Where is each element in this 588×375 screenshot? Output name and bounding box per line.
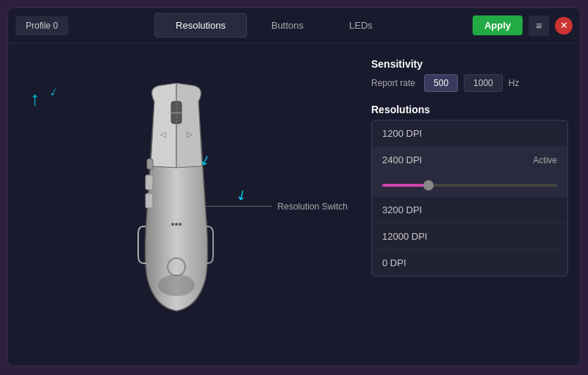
svg-point-7 [171, 223, 174, 226]
svg-point-5 [158, 274, 195, 296]
slider-container [372, 174, 567, 197]
svg-rect-3 [146, 193, 153, 208]
annotation-arrow-1: ↓ [47, 83, 60, 100]
sensitivity-section: Sensitivity Report rate 500 1000 Hz [371, 58, 568, 92]
up-arrow-icon: ↑ [30, 88, 40, 110]
resolution-switch-container: Resolution Switch [206, 201, 348, 212]
dpi-2400-label: 2400 DPI [382, 154, 422, 165]
titlebar: Profile 0 Resolutions Buttons LEDs Apply… [8, 8, 580, 43]
tab-resolutions[interactable]: Resolutions [154, 13, 247, 38]
titlebar-right: Apply ≡ ✕ [473, 15, 573, 36]
dpi-item-2400[interactable]: 2400 DPI Active [372, 147, 567, 174]
resolution-switch-label: Resolution Switch [278, 201, 348, 212]
rate-500-button[interactable]: 500 [424, 74, 458, 92]
menu-button[interactable]: ≡ [528, 15, 549, 36]
up-arrow-indicator: ↑ [30, 88, 40, 110]
nav-tabs: Resolutions Buttons LEDs [76, 13, 473, 38]
left-panel: ↑ [8, 43, 359, 365]
right-panel: Sensitivity Report rate 500 1000 Hz Reso… [359, 43, 580, 365]
resolutions-box: 1200 DPI 2400 DPI Active 3200 DPI 12000 … [371, 120, 568, 276]
report-rate-row: Report rate 500 1000 Hz [371, 74, 568, 92]
main-window: Profile 0 Resolutions Buttons LEDs Apply… [7, 7, 581, 366]
resolution-switch-line [206, 206, 272, 207]
report-rate-label: Report rate [371, 78, 415, 88]
resolutions-section: Resolutions 1200 DPI 2400 DPI Active 320… [371, 104, 568, 276]
rate-unit: Hz [509, 78, 520, 88]
dpi-slider[interactable] [382, 184, 557, 187]
resolutions-title: Resolutions [371, 104, 568, 115]
dpi-item-3200[interactable]: 3200 DPI [372, 197, 567, 224]
tab-buttons[interactable]: Buttons [250, 13, 325, 38]
rate-1000-button[interactable]: 1000 [464, 74, 503, 92]
mouse-illustration: ◁ ▷ [103, 79, 250, 315]
svg-text:▷: ▷ [187, 130, 193, 138]
dpi-item-1200[interactable]: 1200 DPI [372, 121, 567, 147]
content-area: ↑ [8, 43, 580, 365]
svg-rect-4 [147, 159, 153, 169]
svg-point-9 [179, 223, 182, 226]
apply-button[interactable]: Apply [473, 15, 523, 35]
svg-point-8 [175, 223, 178, 226]
dpi-item-0[interactable]: 0 DPI [372, 250, 567, 276]
close-button[interactable]: ✕ [555, 17, 573, 35]
svg-text:◁: ◁ [160, 130, 166, 138]
dpi-active-label: Active [533, 155, 557, 165]
tab-leds[interactable]: LEDs [328, 13, 394, 38]
svg-rect-2 [146, 175, 153, 190]
sensitivity-title: Sensitivity [371, 58, 568, 70]
profile-tab[interactable]: Profile 0 [15, 16, 68, 35]
dpi-item-12000[interactable]: 12000 DPI [372, 224, 567, 250]
